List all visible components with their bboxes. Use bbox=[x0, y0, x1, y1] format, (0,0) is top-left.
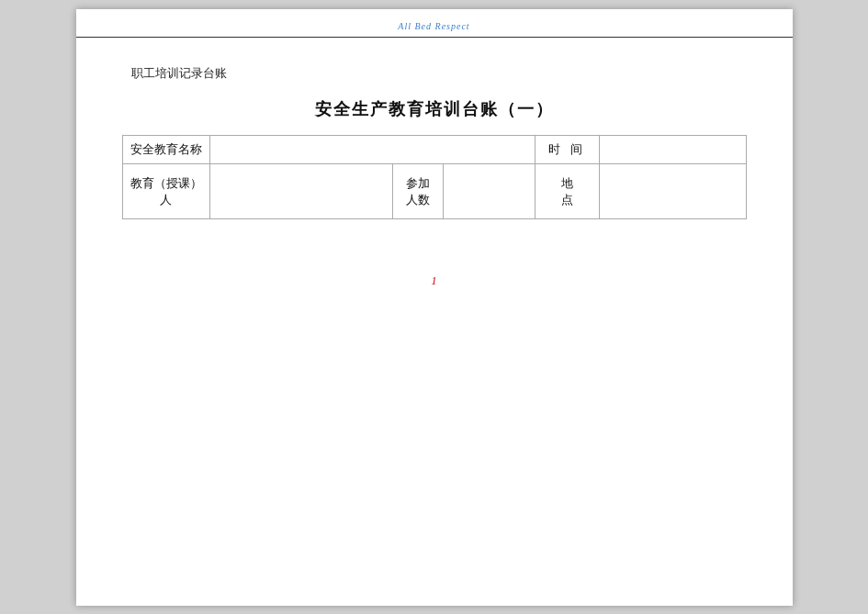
table-row-2: 教育（授课） 人 参加 人数 地 点 bbox=[122, 164, 746, 219]
watermark-text: All Bed Respect bbox=[398, 21, 469, 31]
breadcrumb: 职工培训记录台账 bbox=[131, 65, 747, 82]
page-content: 职工培训记录台账 安全生产教育培训台账（一） 安全教育名称 时 间 教育（授课）… bbox=[76, 38, 793, 316]
join-count-label: 参加 人数 bbox=[393, 164, 444, 219]
main-title: 安全生产教育培训台账（一） bbox=[122, 98, 747, 120]
join-label-line2: 人数 bbox=[406, 192, 430, 208]
location-label-inner: 地 点 bbox=[543, 175, 592, 208]
record-table: 安全教育名称 时 间 教育（授课） 人 参加 人数 bbox=[122, 135, 747, 219]
safety-edu-name-label: 安全教育名称 bbox=[122, 136, 209, 164]
edu-label-line2: 人 bbox=[160, 192, 172, 208]
join-count-label-inner: 参加 人数 bbox=[400, 175, 435, 208]
location-label-line1: 地 bbox=[561, 175, 573, 192]
location-label: 地 点 bbox=[535, 164, 599, 219]
location-label-line2: 点 bbox=[561, 192, 573, 208]
edu-person-label-inner: 教育（授课） 人 bbox=[130, 175, 202, 208]
page-header: All Bed Respect bbox=[76, 9, 793, 38]
join-count-value bbox=[444, 164, 535, 219]
safety-edu-name-value bbox=[209, 136, 535, 164]
time-label: 时 间 bbox=[535, 136, 599, 164]
time-value bbox=[599, 136, 746, 164]
page-footer: 1 bbox=[122, 274, 747, 288]
location-value bbox=[599, 164, 746, 219]
page-number: 1 bbox=[432, 274, 437, 287]
table-row-1: 安全教育名称 时 间 bbox=[122, 136, 746, 164]
edu-person-value bbox=[209, 164, 393, 219]
document-page: All Bed Respect 职工培训记录台账 安全生产教育培训台账（一） 安… bbox=[76, 9, 793, 606]
edu-person-label: 教育（授课） 人 bbox=[122, 164, 209, 219]
join-label-line1: 参加 bbox=[406, 175, 430, 192]
edu-label-line1: 教育（授课） bbox=[130, 175, 202, 192]
